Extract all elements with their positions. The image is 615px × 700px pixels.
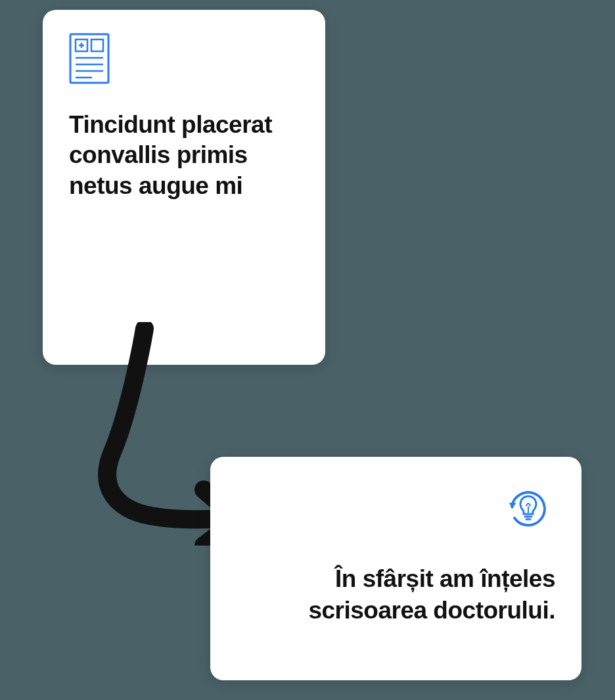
card-understood: În sfârșit am înțeles scrisoarea doctoru… xyxy=(210,457,581,680)
card-title: În sfârșit am înțeles scrisoarea doctoru… xyxy=(237,563,555,626)
card-title: Tincidunt placerat convallis primis netu… xyxy=(69,110,299,201)
svg-marker-10 xyxy=(509,503,516,509)
card-doctor-letter: Tincidunt placerat convallis primis netu… xyxy=(43,10,325,365)
svg-rect-4 xyxy=(91,39,103,51)
lightbulb-refresh-icon xyxy=(237,480,555,534)
medical-document-icon xyxy=(69,33,299,87)
